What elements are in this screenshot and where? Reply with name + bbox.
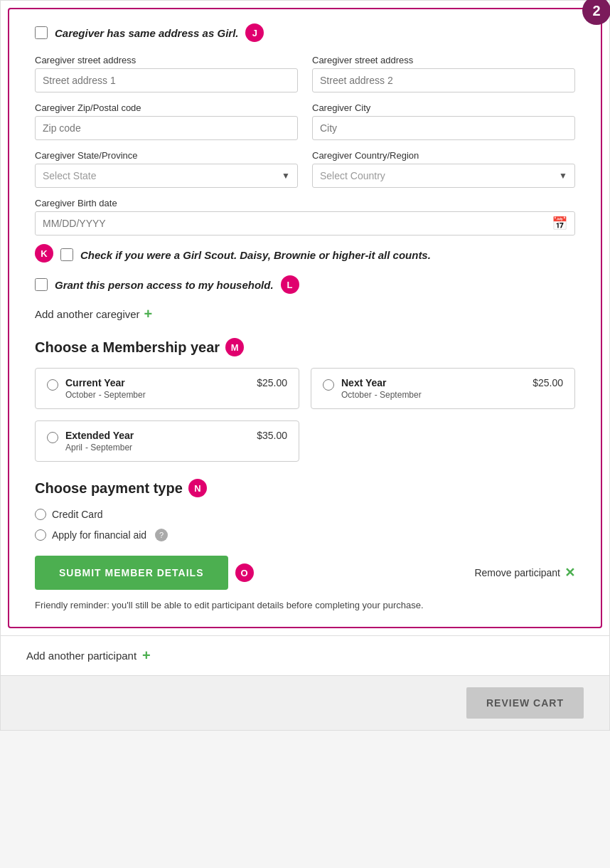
plus-icon: + [144, 307, 153, 321]
street2-group: Caregiver street address [312, 55, 575, 92]
country-group: Caregiver Country/Region Select Country … [312, 150, 575, 188]
review-cart-button[interactable]: REVIEW CART [466, 687, 584, 719]
membership-next-name: Next Year [341, 377, 387, 388]
page-container: 2 Caregiver has same address as Girl. J … [0, 0, 610, 731]
membership-section-title: Choose a Membership year M [35, 338, 575, 356]
country-select-wrapper: Select Country ▼ [312, 164, 575, 188]
girlscout-label: Check if you were a Girl Scout. Daisy, B… [80, 249, 431, 261]
remove-x-icon: ✕ [564, 565, 575, 581]
grant-access-label: Grant this person access to my household… [55, 279, 274, 291]
country-select[interactable]: Select Country [313, 164, 574, 187]
membership-extended-dates: April - September [65, 443, 287, 452]
membership-extended-details: Extended Year $35.00 April - September [65, 430, 287, 452]
membership-current-details: Current Year $25.00 October - September [65, 377, 287, 400]
membership-radio-current[interactable] [47, 379, 58, 391]
caregiver-same-address-row: Caregiver has same address as Girl. J [35, 23, 575, 42]
birthdate-input[interactable] [36, 212, 574, 235]
membership-extended-inner: Extended Year $35.00 [65, 430, 287, 441]
bottom-bar: REVIEW CART [1, 675, 609, 730]
street2-input[interactable] [312, 68, 575, 92]
country-label: Caregiver Country/Region [312, 150, 575, 161]
grant-access-checkbox[interactable] [35, 278, 48, 291]
birthdate-row: Caregiver Birth date 📅 [35, 198, 575, 235]
membership-option-extended[interactable]: Extended Year $35.00 April - September [35, 420, 299, 462]
girlscout-checkbox[interactable] [60, 248, 73, 261]
payment-credit-card-label: Credit Card [52, 509, 103, 520]
membership-title-text: Choose a Membership year [35, 339, 220, 356]
state-country-row: Caregiver State/Province Select State ▼ … [35, 150, 575, 188]
remove-participant-label: Remove participant [474, 567, 560, 578]
street1-input[interactable] [35, 68, 298, 92]
grant-access-checkbox-row: Grant this person access to my household… [35, 275, 575, 294]
payment-financial-aid-row[interactable]: Apply for financial aid ? [35, 529, 575, 541]
birthdate-group: Caregiver Birth date 📅 [35, 198, 575, 235]
birthdate-wrapper: 📅 [35, 211, 575, 235]
city-group: Caregiver City [312, 102, 575, 140]
zip-input[interactable] [35, 116, 298, 140]
street1-label: Caregiver street address [35, 55, 298, 65]
main-form-section: 2 Caregiver has same address as Girl. J … [8, 8, 602, 628]
membership-options-grid: Current Year $25.00 October - September … [35, 368, 575, 462]
membership-extended-sep: - September [85, 443, 132, 452]
payment-credit-card-row[interactable]: Credit Card [35, 509, 575, 520]
zip-label: Caregiver Zip/Postal code [35, 102, 298, 113]
step-badge: 2 [582, 0, 610, 25]
membership-next-sep: - September [375, 390, 422, 400]
girlscout-checkbox-row: K Check if you were a Girl Scout. Daisy,… [35, 245, 575, 264]
membership-current-name: Current Year [65, 377, 125, 388]
reminder-text: Friendly reminder: you'll still be able … [35, 598, 575, 613]
membership-next-price: $25.00 [533, 377, 563, 388]
city-input[interactable] [312, 116, 575, 140]
street2-label: Caregiver street address [312, 55, 575, 65]
add-caregiver-label: Add another caregiver [35, 308, 140, 320]
street1-group: Caregiver street address [35, 55, 298, 92]
membership-next-details: Next Year $25.00 October - September [341, 377, 563, 400]
zip-group: Caregiver Zip/Postal code [35, 102, 298, 140]
membership-current-sep: - September [99, 390, 146, 400]
membership-radio-extended[interactable] [47, 432, 58, 443]
badge-l: L [281, 275, 299, 294]
membership-extended-start: April [65, 443, 82, 452]
badge-o: O [235, 563, 254, 582]
submit-area: SUBMIT MEMBER DETAILS O Remove participa… [35, 556, 575, 590]
membership-current-start: October [65, 390, 96, 400]
membership-option-current[interactable]: Current Year $25.00 October - September [35, 368, 299, 409]
payment-radio-credit-card[interactable] [35, 509, 46, 520]
add-caregiver-button[interactable]: Add another caregiver + [35, 307, 575, 321]
payment-title-text: Choose payment type [35, 480, 183, 497]
membership-current-inner: Current Year $25.00 [65, 377, 287, 388]
membership-current-price: $25.00 [257, 377, 287, 388]
zip-city-row: Caregiver Zip/Postal code Caregiver City [35, 102, 575, 140]
caregiver-same-address-checkbox[interactable] [35, 26, 48, 39]
membership-next-dates: October - September [341, 390, 563, 400]
remove-participant-button[interactable]: Remove participant ✕ [474, 565, 575, 581]
add-participant-plus-icon: + [142, 647, 151, 664]
state-group: Caregiver State/Province Select State ▼ [35, 150, 298, 188]
payment-radio-financial-aid[interactable] [35, 529, 46, 541]
payment-financial-aid-label: Apply for financial aid [52, 529, 146, 541]
city-label: Caregiver City [312, 102, 575, 113]
badge-n: N [188, 479, 207, 497]
submit-member-details-button[interactable]: SUBMIT MEMBER DETAILS [35, 556, 228, 590]
badge-j: J [245, 23, 264, 42]
birthdate-label: Caregiver Birth date [35, 198, 575, 208]
badge-m: M [225, 338, 244, 356]
badge-k: K [35, 244, 53, 263]
state-select[interactable]: Select State [36, 164, 297, 187]
membership-next-inner: Next Year $25.00 [341, 377, 563, 388]
add-participant-label: Add another participant [26, 650, 137, 662]
membership-extended-name: Extended Year [65, 430, 134, 441]
membership-radio-next[interactable] [323, 379, 334, 391]
payment-section-title: Choose payment type N [35, 479, 575, 497]
submit-group: SUBMIT MEMBER DETAILS O [35, 556, 254, 590]
state-label: Caregiver State/Province [35, 150, 298, 161]
financial-aid-help-icon[interactable]: ? [155, 529, 168, 541]
state-select-wrapper: Select State ▼ [35, 164, 298, 188]
payment-section: Choose payment type N Credit Card Apply … [35, 479, 575, 541]
membership-extended-price: $35.00 [257, 430, 287, 441]
street-address-row: Caregiver street address Caregiver stree… [35, 55, 575, 92]
membership-current-dates: October - September [65, 390, 287, 400]
membership-option-next[interactable]: Next Year $25.00 October - September [311, 368, 575, 409]
add-another-participant-button[interactable]: Add another participant + [1, 635, 609, 675]
caregiver-same-address-label: Caregiver has same address as Girl. [55, 27, 238, 39]
